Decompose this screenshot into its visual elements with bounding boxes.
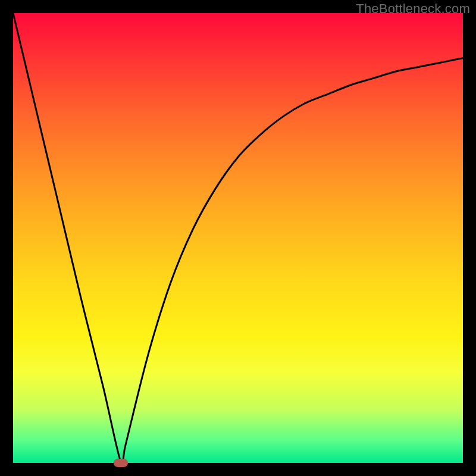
curve-layer (13, 13, 463, 463)
plot-area (13, 13, 463, 463)
minimum-marker (114, 459, 128, 467)
chart-frame: TheBottleneck.com (0, 0, 476, 476)
bottleneck-curve (13, 13, 463, 466)
